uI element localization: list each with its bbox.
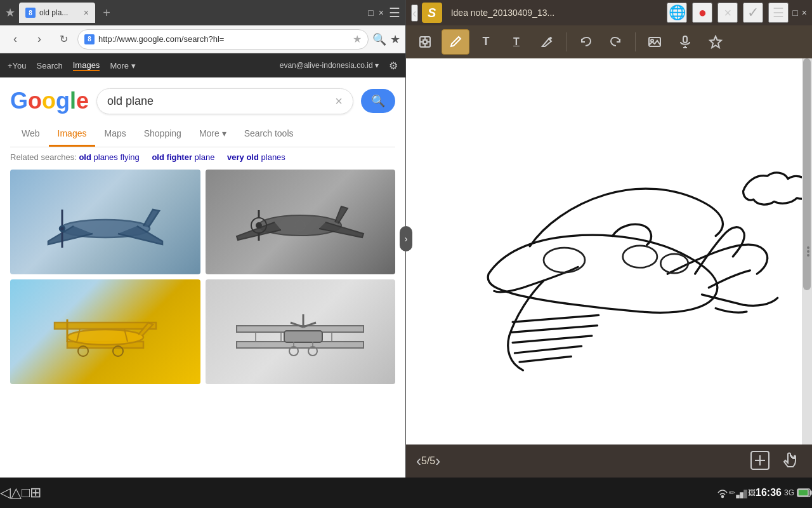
new-tab-button[interactable]: + [98, 4, 115, 22]
tab-more[interactable]: More ▾ [190, 122, 235, 147]
image-grid [10, 170, 395, 384]
svg-rect-51 [810, 491, 811, 495]
note-back-button[interactable]: ‹ [411, 4, 418, 22]
svg-line-39 [511, 326, 598, 333]
note-minimize-icon[interactable]: □ [792, 8, 797, 18]
google-logo: Google [10, 88, 89, 114]
google-more-link[interactable]: More ▾ [110, 61, 135, 70]
note-globe-button[interactable]: 🌐 [667, 3, 687, 23]
android-recents-icon[interactable]: □ [22, 485, 30, 501]
note-close-button[interactable]: × [717, 3, 738, 23]
tab-title: old pla... [39, 8, 80, 17]
search-clear-icon[interactable]: × [335, 94, 343, 109]
svg-point-46 [722, 496, 724, 498]
note-prev-button[interactable]: ‹ [416, 452, 421, 470]
image-result-3[interactable] [10, 279, 200, 384]
svg-line-41 [514, 346, 581, 353]
tool-mic-button[interactable] [671, 29, 699, 55]
tool-eraser-button[interactable] [533, 29, 561, 55]
google-account-email[interactable]: evan@alive-indonesia.co.id ▾ [280, 61, 379, 70]
tool-text-button[interactable]: T [472, 29, 500, 55]
related-link-2[interactable]: old fighter plane [152, 152, 214, 162]
svg-rect-52 [798, 490, 808, 496]
svg-point-3 [60, 226, 65, 231]
tool-move-button[interactable] [411, 29, 439, 55]
android-qr-icon[interactable]: ⊞ [30, 485, 41, 501]
note-menu-button[interactable]: ☰ [768, 3, 789, 23]
tool-pen-button[interactable] [442, 29, 469, 55]
gallery-icon: 🖼 [748, 488, 756, 497]
tab-images[interactable]: Images [49, 122, 96, 147]
note-app-icon: S [422, 3, 442, 23]
signal-strength: ✏ [729, 488, 735, 497]
address-text: http://www.google.com/search?hl= [98, 34, 349, 44]
network-type: 3G [784, 488, 794, 497]
clock: 16:36 [756, 487, 782, 498]
browser-menu-icon[interactable]: ☰ [389, 5, 400, 20]
note-canvas[interactable] [406, 58, 812, 444]
browser-close-icon[interactable]: × [379, 8, 384, 18]
address-bar[interactable]: 8 http://www.google.com/search?hl= ★ [77, 29, 369, 50]
note-next-button[interactable]: › [435, 452, 440, 470]
tool-star-button[interactable] [702, 29, 730, 55]
tab-close-icon[interactable]: × [84, 8, 89, 18]
related-link-3[interactable]: very old planes [227, 152, 285, 162]
svg-line-40 [513, 336, 592, 343]
search-tabs: Web Images Maps Shopping More ▾ Search t… [10, 122, 395, 147]
svg-rect-48 [740, 493, 743, 498]
address-favicon: 8 [84, 34, 95, 44]
android-back-icon[interactable]: ◁ [0, 485, 11, 501]
google-plus-you[interactable]: +You [8, 61, 27, 70]
refresh-button[interactable]: ↻ [53, 29, 74, 50]
back-button[interactable]: ‹ [5, 29, 25, 50]
google-search-link[interactable]: Search [37, 61, 63, 70]
note-scrollbar[interactable] [802, 58, 812, 444]
browser-search-button[interactable]: 🔍 [372, 32, 386, 46]
note-hand-button[interactable] [779, 449, 802, 474]
address-star-icon[interactable]: ★ [353, 33, 362, 45]
tab-maps[interactable]: Maps [95, 122, 134, 147]
svg-line-38 [513, 315, 599, 322]
svg-rect-21 [284, 331, 322, 342]
image-result-4[interactable] [206, 279, 396, 384]
image-result-2[interactable] [206, 170, 396, 274]
wifi-icon [716, 486, 729, 499]
tab-favicon: 8 [25, 8, 36, 18]
signal-icon [735, 486, 748, 499]
google-images-link[interactable]: Images [73, 60, 100, 71]
android-home-icon[interactable]: △ [11, 485, 22, 501]
tool-underline-text-button[interactable]: T [502, 29, 530, 55]
browser-tab[interactable]: 8 old pla... × [19, 3, 95, 23]
note-record-button[interactable]: ● [692, 3, 712, 23]
note-page-indicator: 5/5 [421, 455, 435, 467]
search-input[interactable]: old plane [107, 95, 329, 108]
tool-redo-button[interactable] [602, 29, 630, 55]
browser-minimize-icon[interactable]: □ [368, 8, 373, 18]
note-add-page-button[interactable] [749, 449, 771, 474]
note-check-button[interactable]: ✓ [743, 3, 763, 23]
svg-rect-32 [683, 36, 687, 43]
search-submit-button[interactable]: 🔍 [361, 89, 395, 113]
svg-point-8 [256, 223, 261, 228]
tab-search-tools[interactable]: Search tools [235, 122, 303, 147]
svg-rect-47 [737, 495, 739, 498]
related-searches: Related searches: old planes flying old … [10, 152, 395, 162]
image-result-1[interactable] [10, 170, 200, 274]
svg-rect-49 [744, 490, 747, 498]
tool-image-button[interactable] [641, 29, 669, 55]
search-box[interactable]: old plane × [96, 88, 353, 114]
svg-point-36 [623, 246, 657, 268]
panel-collapse-handle[interactable]: › [400, 226, 412, 251]
browser-pin-icon[interactable]: ★ [5, 6, 15, 20]
tab-shopping[interactable]: Shopping [135, 122, 190, 147]
related-link-1[interactable]: old planes flying [79, 152, 139, 162]
svg-point-35 [544, 248, 585, 272]
note-close-icon[interactable]: × [802, 8, 807, 18]
tool-undo-button[interactable] [572, 29, 599, 55]
bookmark-button[interactable]: ★ [390, 32, 400, 46]
battery-icon [797, 488, 812, 498]
google-settings-icon[interactable]: ⚙ [389, 60, 398, 72]
forward-button[interactable]: › [29, 29, 49, 50]
tab-web[interactable]: Web [13, 122, 49, 147]
svg-line-42 [520, 356, 571, 362]
